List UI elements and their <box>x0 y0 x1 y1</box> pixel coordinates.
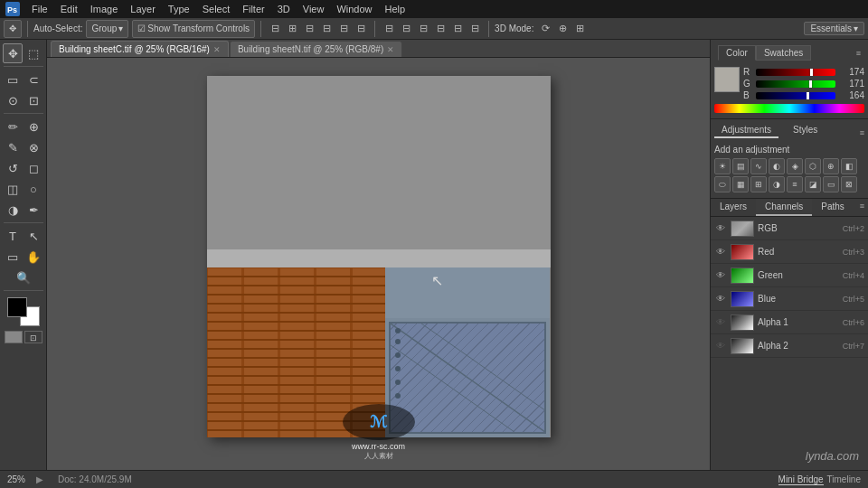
channel-row-rgb[interactable]: 👁 RGB Ctrl+2 <box>711 217 868 240</box>
channel-eye-red[interactable]: 👁 <box>714 246 727 258</box>
screen-mode-btn[interactable]: ⊡ <box>24 331 42 343</box>
channels-panel-options[interactable]: ≡ <box>856 199 868 216</box>
menu-layer[interactable]: Layer <box>124 2 162 16</box>
adj-curves-btn[interactable]: ∿ <box>750 158 767 174</box>
adj-invert-btn[interactable]: ◑ <box>769 176 785 192</box>
3d-zoom-btn[interactable]: ⊞ <box>571 21 588 37</box>
g-slider[interactable] <box>756 80 835 88</box>
align-left-btn[interactable]: ⊟ <box>267 21 283 37</box>
tab-paths[interactable]: Paths <box>812 199 854 216</box>
color-spectrum-bar[interactable] <box>714 104 864 113</box>
adj-photo-btn[interactable]: ⬭ <box>714 176 731 192</box>
channel-eye-alpha2[interactable]: 👁 <box>714 340 727 352</box>
tab-color[interactable]: Color <box>718 45 756 61</box>
eraser-tool[interactable]: ◻ <box>24 158 43 178</box>
tab-close-n[interactable]: ✕ <box>387 45 394 54</box>
channel-row-alpha2[interactable]: 👁 Alpha 2 Ctrl+7 <box>711 334 868 358</box>
tab-adjustments[interactable]: Adjustments <box>714 123 778 138</box>
3d-rotate-btn[interactable]: ⟳ <box>537 21 553 37</box>
color-panel-options[interactable]: ≡ <box>856 49 861 58</box>
quick-select-tool[interactable]: ⊙ <box>3 90 23 110</box>
crop-tool[interactable]: ⊡ <box>24 90 43 110</box>
menu-select[interactable]: Select <box>196 2 237 16</box>
hand-tool[interactable]: ✋ <box>24 247 43 267</box>
adj-posterize-btn[interactable]: ≡ <box>787 176 803 192</box>
menu-type[interactable]: Type <box>162 2 196 16</box>
adj-selective-btn[interactable]: ⊠ <box>841 176 857 192</box>
dist-center-h-btn[interactable]: ⊟ <box>398 21 414 37</box>
pen-tool[interactable]: ✒ <box>24 200 43 220</box>
b-slider[interactable] <box>756 92 835 99</box>
menu-filter[interactable]: Filter <box>236 2 270 16</box>
stamp-tool[interactable]: ⊗ <box>24 137 43 157</box>
tab-timeline[interactable]: Timeline <box>827 474 861 485</box>
eyedropper-tool[interactable]: ✏ <box>3 117 23 136</box>
tab-layers[interactable]: Layers <box>711 199 756 216</box>
dist-top-btn[interactable]: ⊟ <box>432 21 448 37</box>
align-top-btn[interactable]: ⊟ <box>318 21 335 37</box>
menu-window[interactable]: Window <box>330 2 378 16</box>
move-tool-options[interactable]: ✥ <box>4 20 22 38</box>
adj-colorlookup-btn[interactable]: ⊞ <box>750 176 767 192</box>
adj-threshold-btn[interactable]: ◪ <box>805 176 821 192</box>
adj-brightness-btn[interactable]: ☀ <box>714 158 731 174</box>
tab-building-n[interactable]: Building sheetN.tif @ 25% (RGB/8#) ✕ <box>230 41 402 57</box>
channel-eye-green[interactable]: 👁 <box>714 269 727 282</box>
dodge-tool[interactable]: ◑ <box>3 200 23 220</box>
channel-row-blue[interactable]: 👁 Blue Ctrl+5 <box>711 287 868 311</box>
adj-levels-btn[interactable]: ▤ <box>732 158 749 174</box>
menu-3d[interactable]: 3D <box>271 2 297 16</box>
align-center-v-btn[interactable]: ⊟ <box>335 21 352 37</box>
channel-row-alpha1[interactable]: 👁 Alpha 1 Ctrl+6 <box>711 311 868 334</box>
tab-mini-bridge[interactable]: Mini Bridge <box>778 474 824 485</box>
shape-tool[interactable]: ▭ <box>3 247 23 267</box>
tab-building-c[interactable]: Building sheetC.tif @ 25% (RGB/16#) ✕ <box>51 41 229 57</box>
tab-swatches[interactable]: Swatches <box>756 45 811 61</box>
adj-bw-btn[interactable]: ◧ <box>841 158 857 174</box>
menu-help[interactable]: Help <box>379 2 412 16</box>
channel-eye-blue[interactable]: 👁 <box>714 293 727 305</box>
quick-mask-btn[interactable] <box>5 331 23 343</box>
menu-edit[interactable]: Edit <box>54 2 84 16</box>
dist-center-v-btn[interactable]: ⊟ <box>449 21 466 37</box>
doc-size-arrow[interactable]: ▶ <box>36 474 43 484</box>
adj-vibrance-btn[interactable]: ◈ <box>787 158 803 174</box>
gradient-tool[interactable]: ◫ <box>3 179 23 199</box>
lasso-tool[interactable]: ⊂ <box>24 70 43 89</box>
dist-bottom-btn[interactable]: ⊟ <box>467 21 483 37</box>
foreground-background[interactable] <box>7 297 40 326</box>
path-select-tool[interactable]: ↖ <box>24 226 43 246</box>
marquee-tool[interactable]: ▭ <box>3 70 23 89</box>
tab-styles[interactable]: Styles <box>786 123 825 138</box>
history-tool[interactable]: ↺ <box>3 158 23 178</box>
move-tool[interactable]: ✥ <box>3 43 23 63</box>
menu-file[interactable]: File <box>25 2 54 16</box>
auto-select-dropdown[interactable]: Group ▾ <box>86 20 128 38</box>
dist-right-btn[interactable]: ⊟ <box>415 21 431 37</box>
adj-exposure-btn[interactable]: ◐ <box>769 158 785 174</box>
3d-pan-btn[interactable]: ⊕ <box>554 21 571 37</box>
adj-gradient-map-btn[interactable]: ▭ <box>823 176 839 192</box>
align-bottom-btn[interactable]: ⊟ <box>353 21 369 37</box>
adj-mixer-btn[interactable]: ▦ <box>732 176 749 192</box>
dist-left-btn[interactable]: ⊟ <box>381 21 397 37</box>
show-transform-checkbox[interactable]: ☑ Show Transform Controls <box>132 20 255 38</box>
healing-tool[interactable]: ⊕ <box>24 117 43 136</box>
align-right-btn[interactable]: ⊟ <box>301 21 317 37</box>
channel-row-red[interactable]: 👁 Red Ctrl+3 <box>711 240 868 264</box>
canvas-container[interactable]: ↖ ℳ www.rr-sc.com 人人素材 <box>47 58 710 470</box>
adj-hsl-btn[interactable]: ⬡ <box>805 158 821 174</box>
blur-tool[interactable]: ○ <box>24 179 43 199</box>
color-preview-swatch[interactable] <box>714 67 740 92</box>
text-tool[interactable]: T <box>3 226 23 246</box>
adj-panel-options[interactable]: ≡ <box>860 128 864 137</box>
align-center-h-btn[interactable]: ⊞ <box>284 21 300 37</box>
adj-colorbalance-btn[interactable]: ⊕ <box>823 158 839 174</box>
channel-row-green[interactable]: 👁 Green Ctrl+4 <box>711 264 868 287</box>
brush-tool[interactable]: ✎ <box>3 137 23 157</box>
tab-close-c[interactable]: ✕ <box>213 45 221 54</box>
r-slider[interactable] <box>756 69 835 76</box>
artboard-tool[interactable]: ⬚ <box>24 43 43 63</box>
channel-eye-rgb[interactable]: 👁 <box>714 222 727 235</box>
foreground-color-swatch[interactable] <box>7 297 27 317</box>
